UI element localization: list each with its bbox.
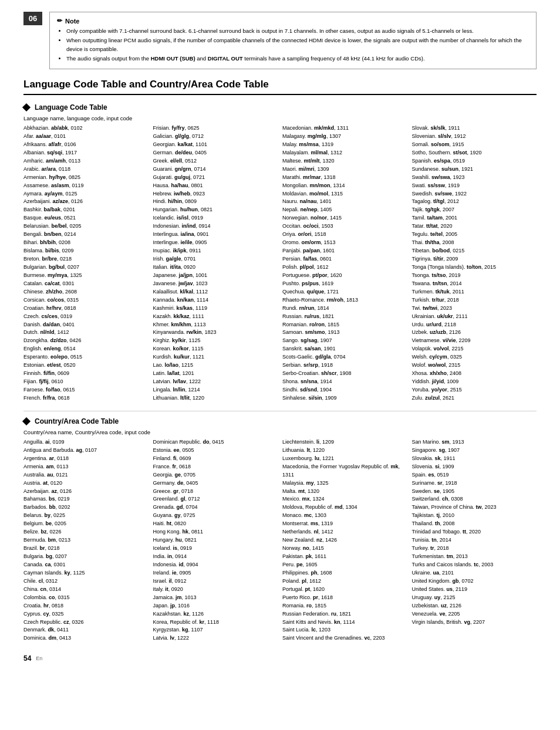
list-item: Malta. mt, 1320 xyxy=(282,488,407,496)
list-item: Latvian. lv/lav, 1222 xyxy=(153,378,278,386)
list-item: Bermuda. bm, 0213 xyxy=(23,536,149,545)
list-item: Indonesian. in/ind, 0914 xyxy=(153,222,278,231)
list-item: Dutch. nl/nld, 1412 xyxy=(23,329,149,337)
list-item: Serbo-Croatian. sh/scr, 1908 xyxy=(282,370,407,378)
list-item: Armenia. am, 0113 xyxy=(23,463,149,471)
list-item: New Zealand. nz, 1426 xyxy=(282,536,407,545)
list-item: Sindhi. sd/snd, 1904 xyxy=(282,386,407,394)
list-item: Faroese. fo/fao, 0615 xyxy=(23,386,149,394)
list-item: Javanese. jw/jav, 1023 xyxy=(153,280,278,288)
list-item: Catalan. ca/cat, 0301 xyxy=(23,280,149,288)
column-0: Abkhazian. ab/abk, 0102Afar. aa/aar, 010… xyxy=(23,124,153,403)
list-item: Lithuanian. lt/lit, 1220 xyxy=(153,394,278,403)
list-item: Slovak. sk/slk, 1911 xyxy=(412,124,537,133)
language-section-title: Language Code Table xyxy=(23,103,537,111)
list-item: Turkish. tr/tur, 2018 xyxy=(412,296,537,305)
list-item: Moldova, Republic of. md, 1304 xyxy=(282,503,407,512)
list-item: Latin. la/lat, 1201 xyxy=(153,370,278,378)
list-item: Sweden. se, 1905 xyxy=(412,488,537,496)
list-item: Tigrinya. ti/tir, 2009 xyxy=(412,255,537,263)
list-item: Greenland. gl, 0712 xyxy=(153,495,278,503)
list-item: Rundi. rn/run, 1814 xyxy=(282,305,407,313)
list-item: Romania. ro, 1815 xyxy=(282,602,407,610)
list-item: Afrikaans. af/afr, 0106 xyxy=(23,141,149,149)
list-item: Belgium. be, 0205 xyxy=(23,520,149,528)
list-item: Argentina. ar, 0118 xyxy=(23,455,149,463)
list-item: Dominican Republic. do, 0415 xyxy=(153,438,278,447)
list-item: Malaysia. my, 1325 xyxy=(282,479,407,488)
list-item: Portuguese. pt/por, 1620 xyxy=(282,272,407,280)
list-item: Iceland. is, 0919 xyxy=(153,545,278,553)
list-item: Cyprus. cy, 0325 xyxy=(23,610,149,619)
list-item: Swati. ss/ssw, 1919 xyxy=(412,182,537,190)
list-item: Russian Federation. ru, 1821 xyxy=(282,610,407,619)
list-item: Turks and Caicos Islands. tc, 2003 xyxy=(412,561,537,569)
list-item: Icelandic. is/isl, 0919 xyxy=(153,214,278,222)
list-item: Tatar. tt/tat, 2020 xyxy=(412,222,537,231)
list-item: Antigua and Barbuda. ag, 0107 xyxy=(23,447,149,455)
list-item: Venezuela. ve, 2205 xyxy=(412,610,537,619)
column-1: Dominican Republic. do, 0415Estonia. ee,… xyxy=(153,438,283,643)
list-item: Turkmen. tk/tuk, 2011 xyxy=(412,288,537,296)
list-item: Ukrainian. uk/ukr, 2111 xyxy=(412,313,537,321)
list-item: Sotho, Southern. st/sot, 1920 xyxy=(412,149,537,157)
list-item: Bislama. bi/bis, 0209 xyxy=(23,247,149,255)
list-item: Pakistan. pk, 1611 xyxy=(282,553,407,561)
main-title: Language Code Table and Country/Area Cod… xyxy=(23,79,537,95)
list-item: Lingala. ln/lin, 1214 xyxy=(153,386,278,394)
list-item: Tagalog. tl/tgl, 2012 xyxy=(412,198,537,206)
list-item: Hong Kong. hk, 0811 xyxy=(153,528,278,536)
list-item: Nauru. na/nau, 1401 xyxy=(282,198,407,206)
list-item: Inupiac. ik/ipk, 0911 xyxy=(153,247,278,255)
list-item: Italian. it/ita, 0920 xyxy=(153,263,278,272)
list-item: Belarusian. be/bel, 0205 xyxy=(23,222,149,231)
list-item: Slovenian. sl/slv, 1912 xyxy=(412,133,537,141)
list-item: Dominica. dm, 0413 xyxy=(23,634,149,643)
list-item: Maori. mi/mri, 1309 xyxy=(282,165,407,174)
note-item-1: Only compatible with 7.1-channel surroun… xyxy=(66,27,529,35)
list-item: Taiwan, Province of China. tw, 2023 xyxy=(412,503,537,512)
language-subtitle: Language name, language code, input code xyxy=(23,115,537,121)
list-item: Tonga (Tonga Islands). to/ton, 2015 xyxy=(412,263,537,272)
list-item: San Marino. sm, 1913 xyxy=(412,438,537,447)
list-item: Tamil. ta/tam, 2001 xyxy=(412,214,537,222)
list-item: Hindi. hi/hin, 0809 xyxy=(153,198,278,206)
list-item: Yiddish. ji/yid, 1009 xyxy=(412,378,537,386)
list-item: Spain. es, 0519 xyxy=(412,471,537,479)
list-item: Malayalam. ml/mal, 1312 xyxy=(282,149,407,157)
list-item: Germany. de, 0405 xyxy=(153,479,278,488)
list-item: Indonesia. id, 0904 xyxy=(153,561,278,569)
page-number: 06 xyxy=(23,12,42,25)
list-item: Barbados. bb, 0202 xyxy=(23,503,149,512)
list-item: Vietnamese. vi/vie, 2209 xyxy=(412,337,537,345)
list-item: Kashmiri. ks/kas, 1119 xyxy=(153,305,278,313)
list-item: Finland. fi, 0609 xyxy=(153,455,278,463)
list-item: Tunisia. tn, 2014 xyxy=(412,536,537,545)
list-item: Italy. it, 0920 xyxy=(153,586,278,594)
list-item: Estonian. et/est, 0520 xyxy=(23,361,149,370)
list-item: Sango. sg/sag, 1907 xyxy=(282,337,407,345)
list-item: Scots-Gaelic. gd/gla, 0704 xyxy=(282,353,407,361)
list-item: Israel. il, 0912 xyxy=(153,577,278,586)
list-item: Welsh. cy/cym, 0325 xyxy=(412,353,537,361)
list-item: Liechtenstein. li, 1209 xyxy=(282,438,407,447)
list-item: Slovenia. si, 1909 xyxy=(412,463,537,471)
list-item: Bulgaria. bg, 0207 xyxy=(23,553,149,561)
list-item: Lao. lo/lao, 1215 xyxy=(153,361,278,370)
list-item: Anguilla. ai, 0109 xyxy=(23,438,149,447)
list-item: Maltese. mt/mlt, 1320 xyxy=(282,157,407,165)
column-3: Slovak. sk/slk, 1911Slovenian. sl/slv, 1… xyxy=(412,124,537,403)
footer-language: En xyxy=(36,655,42,661)
list-item: Australia. au, 0121 xyxy=(23,471,149,479)
language-columns: Abkhazian. ab/abk, 0102Afar. aa/aar, 010… xyxy=(23,124,537,403)
column-3: San Marino. sm, 1913Singapore. sg, 1907S… xyxy=(412,438,537,643)
list-item: Switzerland. ch, 0308 xyxy=(412,495,537,503)
list-item: United Kingdom. gb, 0702 xyxy=(412,577,537,586)
list-item: Grenada. gd, 0704 xyxy=(153,503,278,512)
list-item: Saint Vincent and the Grenadines. vc, 22… xyxy=(282,634,407,643)
list-item: Kyrgyzstan. kg, 1107 xyxy=(153,626,278,634)
list-item: Austria. at, 0120 xyxy=(23,479,149,488)
column-2: Macedonian. mk/mkd, 1311Malagasy. mg/mlg… xyxy=(282,124,412,403)
list-item: French. fr/fra, 0618 xyxy=(23,394,149,403)
list-item: Tajik. tg/tgk, 2007 xyxy=(412,206,537,214)
